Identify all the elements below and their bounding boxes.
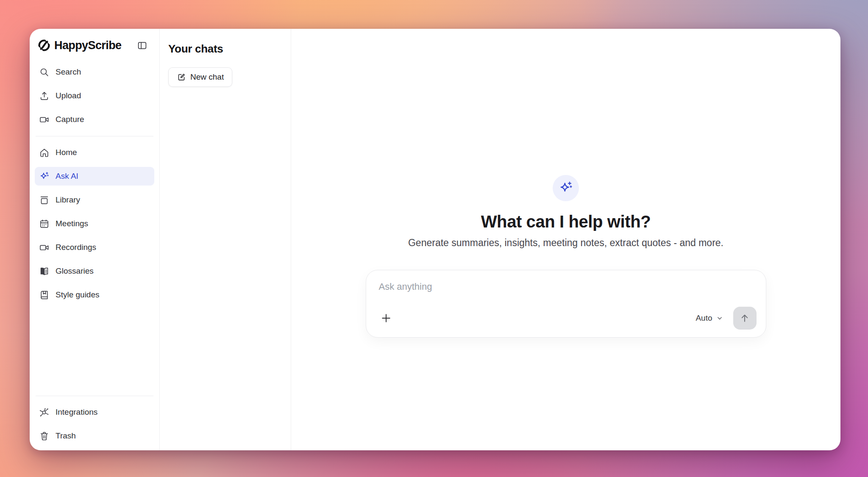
bookmark-book-icon: [39, 290, 50, 300]
sidebar-item-meetings[interactable]: Meetings: [35, 214, 154, 233]
integrations-node-icon: [39, 407, 50, 418]
page-subtitle: Generate summaries, insights, meeting no…: [408, 237, 723, 249]
sidebar-item-label: Capture: [56, 115, 84, 124]
send-button[interactable]: [733, 307, 757, 330]
chevron-down-icon: [715, 314, 724, 322]
app-window: HappyScribe Search: [30, 29, 840, 450]
sidebar-item-label: Glossaries: [56, 266, 94, 276]
sidebar-item-label: Ask AI: [56, 172, 78, 181]
sidebar-item-label: Style guides: [56, 290, 100, 300]
new-chat-icon: [177, 72, 186, 82]
sidebar-item-label: Trash: [56, 431, 76, 441]
sidebar-item-search[interactable]: Search: [35, 63, 154, 81]
sidebar-divider: [36, 396, 153, 396]
upload-icon: [39, 91, 50, 101]
model-selector[interactable]: Auto: [696, 313, 723, 323]
calendar-icon: [39, 219, 50, 229]
sidebar-item-library[interactable]: Library: [35, 191, 154, 209]
sidebar-item-trash[interactable]: Trash: [35, 427, 154, 445]
sidebar-item-label: Search: [56, 67, 81, 77]
sidebar-toggle-icon[interactable]: [136, 39, 148, 52]
sidebar-item-label: Meetings: [56, 219, 88, 228]
chats-panel-title: Your chats: [168, 42, 282, 55]
prompt-composer[interactable]: Ask anything Auto: [366, 270, 766, 338]
sidebar-spacer: [35, 309, 154, 394]
ask-ai-main: What can I help with? Generate summaries…: [291, 29, 840, 450]
happyscribe-logo-icon: [37, 39, 51, 52]
app-title: HappyScribe: [54, 39, 121, 52]
model-selector-value: Auto: [696, 313, 712, 323]
sidebar-item-integrations[interactable]: Integrations: [35, 403, 154, 422]
home-icon: [39, 147, 50, 158]
new-chat-button[interactable]: New chat: [168, 67, 232, 87]
attach-plus-icon[interactable]: [379, 311, 393, 325]
trash-icon: [39, 431, 50, 441]
chats-panel: Your chats New chat: [160, 29, 291, 450]
sidebar-divider: [36, 136, 153, 136]
video-camera-icon: [39, 242, 50, 253]
new-chat-label: New chat: [190, 72, 224, 82]
open-book-icon: [39, 266, 50, 277]
sparkle-icon: [39, 171, 50, 182]
sidebar-item-ask-ai[interactable]: Ask AI: [35, 167, 154, 186]
sidebar-item-capture[interactable]: Capture: [35, 110, 154, 129]
sidebar-item-label: Library: [56, 195, 80, 205]
sidebar-item-label: Recordings: [56, 243, 96, 252]
sidebar-item-home[interactable]: Home: [35, 143, 154, 162]
sidebar: HappyScribe Search: [30, 29, 160, 450]
sidebar-item-label: Home: [56, 148, 77, 157]
sidebar-item-label: Upload: [56, 91, 81, 100]
search-icon: [39, 67, 50, 78]
sparkle-badge: [553, 175, 579, 201]
sidebar-item-label: Integrations: [56, 408, 97, 417]
logo[interactable]: HappyScribe: [35, 37, 154, 53]
sidebar-item-upload[interactable]: Upload: [35, 86, 154, 105]
page-title: What can I help with?: [481, 212, 651, 231]
arrow-up-icon: [739, 313, 750, 324]
sidebar-item-style-guides[interactable]: Style guides: [35, 286, 154, 304]
sidebar-item-glossaries[interactable]: Glossaries: [35, 262, 154, 280]
sidebar-item-recordings[interactable]: Recordings: [35, 238, 154, 257]
archive-box-icon: [39, 195, 50, 205]
video-camera-icon: [39, 114, 50, 125]
prompt-input[interactable]: Ask anything: [379, 281, 753, 292]
